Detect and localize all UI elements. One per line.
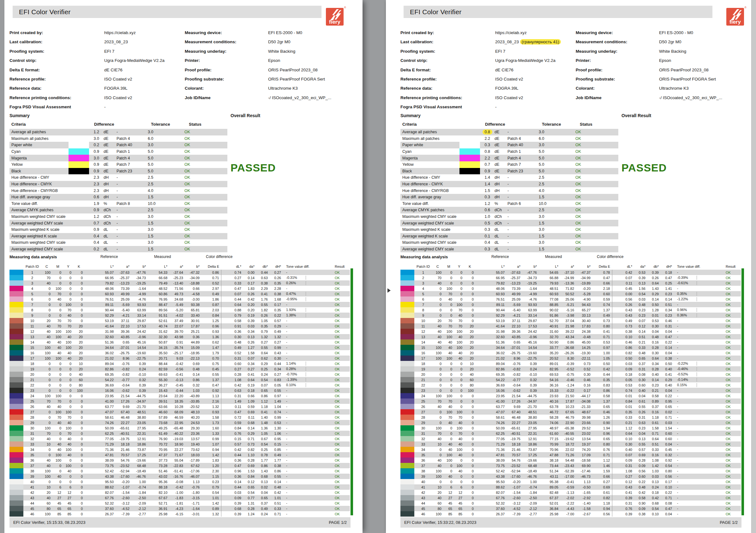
- spacer: [539, 334, 545, 339]
- spacer: [592, 479, 597, 484]
- column-header: Result: [317, 261, 350, 270]
- spacer-divider: [612, 318, 620, 323]
- cell-c: 100: [432, 356, 444, 361]
- cell-delta-e: 0.83: [597, 382, 612, 388]
- cell-ref-b: -4.76: [131, 297, 148, 302]
- patch-swatch-cell: [400, 425, 414, 431]
- cell-meas-b: -20.52: [185, 404, 202, 409]
- cell-result: OK: [708, 382, 741, 388]
- cell-patch-id: 26: [414, 404, 432, 409]
- cell-ref-a: 18.18: [506, 441, 522, 447]
- spacer: [539, 313, 545, 318]
- spacer: [592, 436, 597, 441]
- cell-dh: 0.26: [270, 275, 283, 280]
- cell-ref-b: -22.75: [522, 356, 539, 361]
- patch-swatch: [10, 297, 23, 302]
- cell-dl: 0.42: [620, 270, 634, 275]
- cell-db: 1.48: [256, 420, 270, 425]
- spacer: [85, 286, 100, 291]
- summary-criteria: Magenta: [10, 156, 68, 160]
- cell-result: OK: [317, 511, 350, 517]
- cell-ref-a: 43.85: [116, 334, 131, 339]
- cell-dl: 0.47: [229, 463, 243, 468]
- cell-result: OK: [708, 479, 741, 484]
- summary-criteria: Average weighted CMY scale: [10, 247, 68, 251]
- cell-dh: 0.35: [270, 307, 283, 313]
- cell-meas-b: 73.62: [185, 447, 202, 452]
- table-row: 80070090.44-5.4063.9990.02-5.1665.271.37…: [400, 307, 741, 313]
- cell-dh: 0.34: [270, 366, 283, 372]
- scrollbar[interactable]: [751, 0, 756, 533]
- cell-meas-l: 70.72: [154, 441, 169, 447]
- tone-value: -: [677, 426, 697, 430]
- cell-c: 0: [432, 447, 444, 452]
- cell-patch-id: 29: [414, 420, 432, 425]
- cell-db: 0.34: [647, 361, 661, 366]
- cell-meas-a: 49.73: [169, 291, 185, 297]
- cell-m: 100: [444, 458, 454, 463]
- summary-row: Hue difference - CMYK2.3dH-2.5OK: [10, 181, 228, 188]
- column-header: [400, 261, 414, 270]
- spacer-divider: [221, 431, 229, 436]
- cell-y: 70: [454, 323, 464, 329]
- cell-meas-a: 18.35: [169, 398, 185, 404]
- patch-swatch-cell: [400, 420, 414, 425]
- cell-c: 0: [432, 366, 444, 372]
- spacer-divider: [221, 393, 229, 398]
- cell-ref-l: 21.02: [491, 356, 506, 361]
- cell-ref-a: -0.62: [506, 388, 522, 393]
- group-label-reference: Reference: [100, 254, 118, 259]
- summary-tolerance: 1.5: [534, 221, 567, 226]
- spacer-divider: [221, 329, 229, 334]
- cell-result: OK: [708, 414, 741, 420]
- cell-ref-a: -3.12: [116, 500, 131, 506]
- summary-criteria: Paper white: [400, 143, 459, 147]
- spacer: [85, 506, 100, 511]
- cell-dh: 0.32: [661, 452, 674, 458]
- tone-value: -: [677, 388, 697, 392]
- page-title: EFI Color Verifier: [404, 8, 461, 16]
- spacer-divider: [221, 409, 229, 414]
- spacer: [202, 463, 206, 468]
- cell-meas-l: 20.52: [545, 356, 560, 361]
- cell-m: 70: [444, 414, 454, 420]
- table-row: 411066088.62-1.07-0.7489.05-0.59-0.500.6…: [400, 484, 741, 490]
- spacer-divider: [221, 345, 229, 350]
- cell-ref-l: 36.69: [100, 382, 116, 388]
- cell-da: 0.68: [243, 420, 256, 425]
- cell-delta-e: 0.99: [206, 436, 221, 441]
- cell-y: 100: [63, 425, 73, 431]
- summary-patch: -: [113, 227, 143, 232]
- cell-patch-id: 38: [23, 468, 41, 474]
- column-header: L*: [100, 261, 116, 270]
- table-row: 44604545052.32-3.12-2.0952.01-2.22-1.401…: [400, 500, 741, 506]
- spacer-divider: [612, 388, 620, 393]
- cell-meas-l: 34.15: [154, 345, 169, 350]
- cell-meas-l: 60.86: [154, 291, 169, 297]
- cell-meas-b: 33.13: [576, 313, 592, 318]
- cell-delta-e: 1.37: [597, 307, 612, 313]
- cell-dh: 0.51: [661, 302, 674, 307]
- patch-swatch: [400, 270, 414, 275]
- cell-m: 85: [52, 511, 63, 517]
- cell-tone-value: -: [674, 345, 708, 350]
- cell-result: OK: [708, 329, 741, 334]
- spacer: [202, 409, 206, 414]
- page-nav-arrow-icon[interactable]: [388, 288, 391, 293]
- cell-result: OK: [317, 286, 350, 291]
- summary-row: Maximum weighted K scale0.3dL-3.0OK: [400, 227, 618, 233]
- summary-row: Hue difference - CMY1.4dH-2.5OK: [400, 174, 618, 181]
- cell-delta-e: 0.45: [206, 366, 221, 372]
- summary-patch: Patch 7: [113, 162, 143, 167]
- cell-db: 0.03: [647, 474, 661, 479]
- cell-meas-a: 71.56: [169, 286, 185, 291]
- cell-ref-b: -34.97: [522, 398, 539, 404]
- cell-tone-value: -: [674, 404, 708, 409]
- cell-result: OK: [317, 318, 350, 323]
- patch-swatch-cell: [400, 329, 414, 334]
- patch-swatch: [400, 458, 414, 463]
- page-footer: EFI Color Verifier, 15:33:22, 08.23.2023…: [400, 517, 742, 528]
- patch-swatch-cell: [10, 275, 23, 280]
- tone-value: -: [286, 405, 306, 409]
- meta-row: Fogra PSD Visual Assessment-: [10, 104, 357, 114]
